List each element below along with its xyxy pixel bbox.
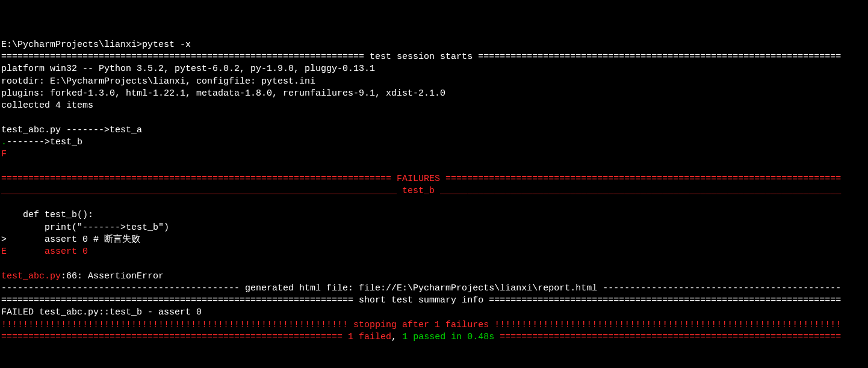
pass-icon: .: [1, 137, 7, 147]
shell-prompt: E:\PycharmProjects\lianxi>pytest -x: [1, 40, 191, 50]
generated-html-line: ----------------------------------------…: [1, 283, 841, 293]
fail-icon: F: [1, 149, 7, 159]
test-b-arrow: ------->test_b: [7, 137, 82, 147]
error-body: assert 0: [7, 247, 88, 257]
session-header: ========================================…: [1, 52, 841, 62]
code-line-3-marker: >: [1, 235, 7, 245]
test-a-arrow: ------->test_a: [66, 125, 142, 135]
collected-line: collected 4 items: [1, 100, 93, 111]
plugins-line: plugins: forked-1.3.0, html-1.22.1, meta…: [1, 88, 445, 99]
error-file-rest: :66: AssertionError: [61, 271, 164, 281]
test-b-header: ________________________________________…: [1, 186, 841, 196]
summary-header: ========================================…: [1, 295, 841, 305]
error-prefix: E: [1, 247, 7, 257]
platform-line: platform win32 -- Python 3.5.2, pytest-6…: [1, 64, 375, 74]
error-file: test_abc.py: [1, 271, 61, 281]
code-line-2: print("------->test_b"): [1, 222, 169, 233]
code-line-1: def test_b():: [1, 210, 93, 220]
terminal-output[interactable]: E:\PycharmProjects\lianxi>pytest -x ====…: [0, 37, 868, 346]
result-line: ========================================…: [1, 332, 841, 342]
rootdir-line: rootdir: E:\PycharmProjects\lianxi, conf…: [1, 76, 315, 87]
test-a-file: test_abc.py: [1, 125, 66, 135]
code-line-3: assert 0 # 断言失败: [7, 235, 140, 245]
failed-summary-line: FAILED test_abc.py::test_b - assert 0: [1, 307, 202, 317]
failures-header: ========================================…: [1, 174, 841, 184]
stopping-line: !!!!!!!!!!!!!!!!!!!!!!!!!!!!!!!!!!!!!!!!…: [1, 320, 841, 330]
